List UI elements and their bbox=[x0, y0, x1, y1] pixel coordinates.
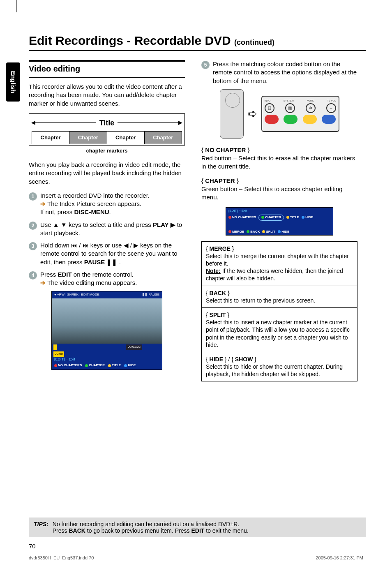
step-text: Insert a recorded DVD into the recorder. bbox=[40, 192, 185, 200]
step-3: 3 Hold down ⏮ / ⏭ keys or use ◀ / ▶ keys… bbox=[29, 241, 185, 266]
yellow-dot-icon bbox=[108, 364, 111, 367]
arrow-left-icon bbox=[32, 122, 96, 123]
language-tab: English bbox=[6, 62, 20, 102]
no-chapter-heading: { NO CHAPTER } bbox=[201, 146, 357, 154]
hide-show-box: { HIDE } / { SHOW } Select this to hide … bbox=[201, 352, 357, 382]
blue-dot-icon bbox=[302, 216, 304, 219]
step-number-icon: 5 bbox=[201, 61, 210, 69]
remote-control-icon bbox=[220, 89, 244, 139]
step-5: 5 Press the matching colour coded button… bbox=[201, 60, 357, 85]
step-2: 2 Use ▲ ▼ keys to select a title and pre… bbox=[29, 221, 185, 238]
chapter-row: Chapter Chapter Chapter Chapter bbox=[32, 131, 182, 144]
tips-bar: TIPS: No further recording and editing c… bbox=[29, 517, 366, 537]
green-dot-icon bbox=[85, 364, 88, 367]
red-dot-icon bbox=[54, 364, 57, 367]
step-1: 1 Insert a recorded DVD into the recorde… bbox=[29, 192, 185, 217]
disc-menu-label: DISC-MENU bbox=[74, 208, 109, 215]
green-button-icon bbox=[284, 115, 297, 124]
skip-keys-icon: ⏮ / ⏭ bbox=[71, 242, 89, 249]
green-dot-icon bbox=[261, 216, 264, 219]
chapter-submenu-osd: [EDIT] = Exit NO CHAPTERS CHAPTER TITLE … bbox=[226, 207, 333, 235]
chapter-body: Green button – Select this to access cha… bbox=[201, 185, 357, 202]
system-icon: ▦ bbox=[285, 103, 295, 113]
osd-time: 00:01:02 bbox=[126, 344, 142, 350]
result-arrow-icon: ➔ bbox=[40, 200, 46, 207]
step-number-icon: 3 bbox=[29, 242, 37, 250]
title-rule bbox=[29, 50, 366, 51]
red-button-icon bbox=[265, 115, 279, 124]
footer-right: 2005-09-16 2:27:31 PM bbox=[316, 555, 363, 560]
chapter-cell: Chapter bbox=[32, 132, 69, 144]
right-column: 5 Press the matching colour coded button… bbox=[201, 60, 357, 381]
timeline-marker-icon bbox=[53, 344, 57, 350]
page-title: Edit Recordings - Recordable DVD (contin… bbox=[29, 34, 366, 48]
step-number-icon: 4 bbox=[29, 271, 37, 280]
blue-button-icon bbox=[322, 115, 336, 124]
yellow-dot-icon bbox=[262, 230, 265, 233]
osd-options: NO CHAPTERS CHAPTER TITLE HIDE bbox=[52, 363, 162, 370]
osd-preview-image bbox=[52, 298, 162, 344]
edit-mode-osd: ● +RW | SHREK | EDIT MODE ❚❚ PAUSE 00:01… bbox=[51, 291, 162, 370]
tv-vol-icon: – bbox=[326, 103, 336, 113]
left-right-keys-icon: ◀ / ▶ bbox=[124, 242, 139, 249]
remote-illustration: ➪ INFO SYSTEM MUTE TV VOL ⌸ ▦ ✲ – bbox=[201, 89, 357, 139]
split-box: { SPLIT } Select this to insert a new ch… bbox=[201, 308, 357, 352]
edit-label: EDIT bbox=[58, 271, 72, 278]
tips-body: No further recording and editing can be … bbox=[53, 521, 249, 534]
crop-mark bbox=[16, 0, 21, 12]
osd-timeline: 00:01:02 00:00 bbox=[52, 344, 162, 351]
footer: dvdr5350H_EU_Eng537.indd 70 2005-09-16 2… bbox=[29, 555, 363, 560]
osd-top-left: ● +RW | SHREK | EDIT MODE bbox=[54, 293, 99, 297]
diagram-title-label: Title bbox=[99, 118, 115, 128]
yellow-button-icon bbox=[303, 115, 317, 124]
arrow-right-icon bbox=[118, 122, 182, 123]
left-column: Video editing This recorder allows you t… bbox=[29, 60, 185, 381]
merge-box: { MERGE } Select this to merge the curre… bbox=[201, 241, 357, 286]
no-chapter-body: Red button – Select this to erase all th… bbox=[201, 154, 357, 171]
yellow-dot-icon bbox=[286, 216, 289, 219]
chapter-markers-label: chapter markers bbox=[29, 147, 185, 155]
blue-dot-icon bbox=[278, 230, 281, 233]
chapter-cell: Chapter bbox=[145, 132, 182, 144]
title-chapter-diagram: Title Chapter Chapter Chapter Chapter bbox=[29, 113, 185, 146]
play-label: PLAY ▶ bbox=[153, 221, 175, 228]
playback-note: When you play back a recording in video … bbox=[29, 161, 185, 186]
page: English Edit Recordings - Recordable DVD… bbox=[29, 16, 366, 381]
result-arrow-icon: ➔ bbox=[40, 279, 46, 286]
footer-left: dvdr5350H_EU_Eng537.indd 70 bbox=[29, 555, 94, 560]
step-result: The Index Picture screen appears. bbox=[47, 200, 141, 207]
red-dot-icon bbox=[228, 230, 231, 233]
section-heading: Video editing bbox=[29, 60, 185, 78]
mute-icon: ✲ bbox=[306, 103, 316, 113]
intro-text: This recorder allows you to edit the vid… bbox=[29, 83, 185, 108]
back-box: { BACK } Select this to return to the pr… bbox=[201, 286, 357, 308]
step-number-icon: 2 bbox=[29, 222, 37, 230]
up-down-keys-icon: ▲ ▼ bbox=[53, 221, 67, 228]
green-dot-icon bbox=[247, 230, 249, 233]
osd-edit-exit: [EDIT] = Exit bbox=[52, 351, 162, 363]
red-dot-icon bbox=[228, 216, 231, 219]
chapter-cell: Chapter bbox=[107, 132, 145, 144]
step-number-icon: 1 bbox=[29, 192, 37, 201]
big-arrow-icon: ➪ bbox=[248, 106, 257, 122]
chapter-heading: { CHAPTER } bbox=[201, 177, 357, 185]
tips-label: TIPS: bbox=[34, 521, 48, 534]
osd-start-time: 00:00 bbox=[53, 351, 64, 357]
osd-top-right: ❚❚ PAUSE bbox=[142, 293, 159, 297]
step-text: Press the matching colour coded button o… bbox=[213, 60, 357, 85]
pause-label: PAUSE ❚❚ bbox=[84, 259, 118, 266]
note-label: Note: bbox=[206, 268, 221, 274]
language-tab-label: English bbox=[10, 71, 17, 93]
blue-dot-icon bbox=[124, 364, 127, 367]
remote-button-panel: INFO SYSTEM MUTE TV VOL ⌸ ▦ ✲ – bbox=[261, 96, 339, 132]
mini-osd-exit: [EDIT] = Exit bbox=[226, 208, 333, 214]
step-4: 4 Press EDIT on the remote control. ➔The… bbox=[29, 270, 185, 287]
step-result: The video editing menu appears. bbox=[47, 279, 137, 286]
chapter-cell: Chapter bbox=[69, 132, 107, 144]
info-icon: ⌸ bbox=[265, 103, 274, 113]
page-number: 70 bbox=[29, 543, 36, 550]
